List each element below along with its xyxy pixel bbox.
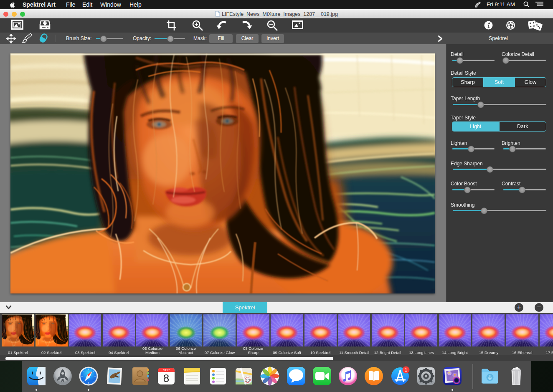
svg-text:SEP: SEP (163, 368, 170, 372)
svg-text:3D: 3D (245, 378, 250, 382)
svg-text:8: 8 (163, 372, 169, 384)
svg-text:1: 1 (405, 367, 407, 372)
